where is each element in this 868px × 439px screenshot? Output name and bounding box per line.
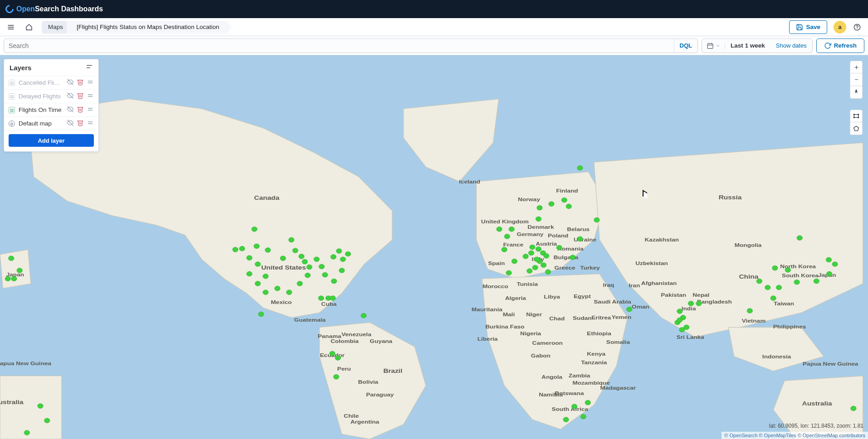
flight-point[interactable]: [545, 270, 551, 275]
draw-rectangle-button[interactable]: [850, 110, 863, 122]
flight-point[interactable]: [679, 327, 685, 332]
flight-point[interactable]: [44, 418, 50, 423]
refresh-button[interactable]: Refresh: [816, 39, 864, 53]
flight-point[interactable]: [747, 309, 752, 314]
flight-point[interactable]: [339, 268, 345, 273]
flight-point[interactable]: [265, 248, 270, 253]
drag-handle[interactable]: [87, 119, 94, 128]
delete-layer-button[interactable]: [77, 106, 84, 114]
toggle-visibility-button[interactable]: [67, 78, 74, 87]
layer-row[interactable]: ▤Delayed Flights: [4, 90, 98, 103]
flight-point[interactable]: [626, 307, 632, 312]
flight-point[interactable]: [305, 273, 310, 278]
flight-point[interactable]: [247, 256, 252, 261]
home-button[interactable]: [22, 20, 36, 34]
flight-point[interactable]: [594, 217, 600, 222]
delete-layer-button[interactable]: [77, 92, 84, 101]
show-dates-link[interactable]: Show dates: [770, 42, 812, 49]
flight-point[interactable]: [537, 205, 542, 210]
draw-polygon-button[interactable]: [850, 122, 863, 135]
flight-point[interactable]: [318, 296, 324, 301]
flight-point[interactable]: [527, 269, 532, 274]
flight-point[interactable]: [331, 255, 336, 260]
flight-point[interactable]: [506, 270, 512, 275]
flight-point[interactable]: [263, 274, 268, 279]
flight-point[interactable]: [541, 263, 546, 268]
flight-point[interactable]: [677, 318, 683, 323]
delete-layer-button[interactable]: [77, 119, 84, 128]
flight-point[interactable]: [512, 259, 517, 264]
flight-point[interactable]: [532, 265, 538, 270]
flight-point[interactable]: [826, 257, 831, 262]
flight-point[interactable]: [5, 276, 10, 281]
flight-point[interactable]: [288, 237, 294, 242]
flight-point[interactable]: [497, 227, 502, 232]
flight-point[interactable]: [536, 217, 541, 222]
flight-point[interactable]: [38, 404, 43, 409]
flight-point[interactable]: [233, 247, 238, 252]
save-button[interactable]: Save: [789, 20, 827, 34]
flight-point[interactable]: [255, 262, 260, 267]
brand-logo[interactable]: OpenSearch Dashboards: [5, 5, 103, 13]
zoom-out-button[interactable]: －: [850, 73, 863, 86]
drag-handle[interactable]: [87, 92, 94, 101]
delete-layer-button[interactable]: [77, 78, 84, 87]
flight-point[interactable]: [534, 257, 540, 262]
flight-point[interactable]: [566, 204, 571, 209]
flight-point[interactable]: [274, 286, 280, 291]
flight-point[interactable]: [17, 268, 22, 273]
flight-point[interactable]: [851, 406, 856, 411]
layers-collapse-button[interactable]: [86, 63, 93, 72]
flight-point[interactable]: [832, 262, 838, 267]
flight-point[interactable]: [307, 265, 312, 270]
toggle-visibility-button[interactable]: [67, 92, 74, 101]
flight-point[interactable]: [336, 249, 341, 254]
date-picker[interactable]: Last 1 week Show dates: [702, 39, 813, 53]
flight-point[interactable]: [239, 246, 245, 251]
layer-row[interactable]: ▤Cancelled Flights: [4, 76, 98, 90]
date-range-label[interactable]: Last 1 week: [725, 42, 770, 49]
flight-point[interactable]: [293, 248, 298, 253]
flight-point[interactable]: [509, 227, 514, 232]
flight-point[interactable]: [523, 254, 528, 259]
flight-point[interactable]: [570, 255, 575, 260]
drag-handle[interactable]: [87, 106, 94, 114]
flight-point[interactable]: [361, 313, 366, 318]
map-canvas[interactable]: CanadaIcelandNorwayFinlandRussiaUnited K…: [0, 55, 868, 439]
flight-point[interactable]: [528, 251, 534, 256]
flight-point[interactable]: [785, 268, 790, 273]
date-quick-button[interactable]: [702, 42, 725, 49]
reset-bearing-button[interactable]: [850, 86, 863, 99]
layer-row[interactable]: ▤Flights On Time: [4, 103, 98, 117]
flight-point[interactable]: [286, 290, 292, 295]
flight-point[interactable]: [577, 236, 583, 241]
flight-point[interactable]: [561, 198, 567, 203]
drag-handle[interactable]: [87, 78, 94, 87]
nav-toggle-button[interactable]: [4, 20, 18, 34]
flight-point[interactable]: [772, 265, 778, 270]
flight-point[interactable]: [770, 296, 776, 301]
flight-point[interactable]: [827, 271, 832, 276]
flight-point[interactable]: [302, 259, 307, 264]
flight-point[interactable]: [11, 276, 17, 281]
flight-point[interactable]: [556, 245, 562, 250]
search-box[interactable]: DQL: [4, 39, 698, 53]
flight-point[interactable]: [297, 281, 302, 286]
flight-point[interactable]: [322, 272, 327, 277]
flight-point[interactable]: [530, 245, 535, 250]
flight-point[interactable]: [571, 404, 577, 409]
layer-row[interactable]: ◍Default map: [4, 117, 98, 130]
flight-point[interactable]: [577, 165, 583, 170]
flight-point[interactable]: [814, 279, 819, 284]
flight-point[interactable]: [335, 356, 341, 361]
flight-point[interactable]: [24, 430, 29, 435]
flight-point[interactable]: [585, 400, 590, 405]
flight-point[interactable]: [280, 256, 286, 261]
flight-point[interactable]: [544, 253, 549, 258]
dql-toggle[interactable]: DQL: [674, 39, 697, 53]
flight-point[interactable]: [776, 285, 781, 290]
flight-point[interactable]: [677, 309, 683, 314]
flight-point[interactable]: [756, 279, 762, 284]
flight-point[interactable]: [504, 234, 510, 239]
flight-point[interactable]: [331, 279, 336, 284]
